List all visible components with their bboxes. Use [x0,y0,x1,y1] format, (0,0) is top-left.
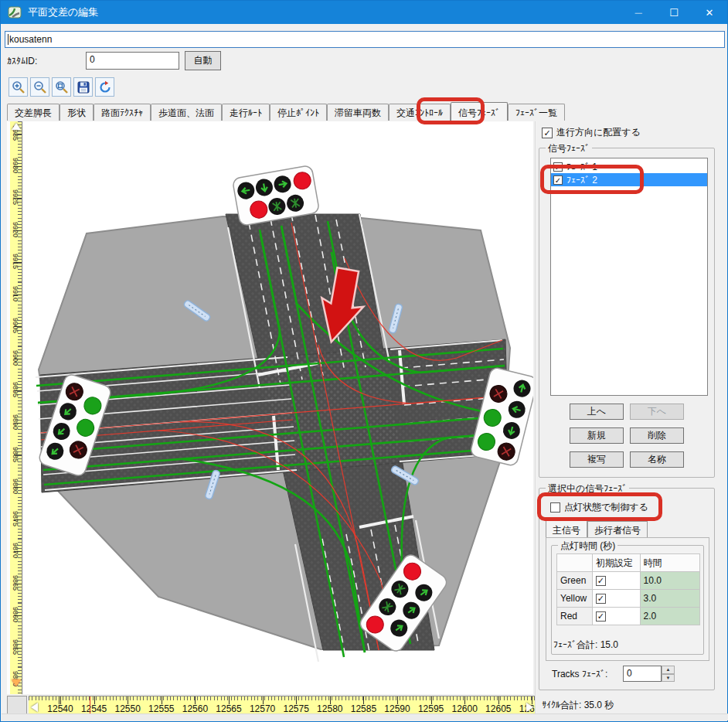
tab-shingou-phase[interactable]: 信号ﾌｪｰｽﾞ [451,102,508,121]
tracks-phase-spinner: 0 ▲ ▼ [623,666,675,682]
row-label-yellow: Yellow [557,590,593,608]
signal-tabstrip: 主信号 歩行者信号 [546,521,648,537]
v-ruler-top-marker[interactable] [12,123,21,130]
delete-button[interactable]: 削除 [630,427,684,444]
h-ruler-left-marker[interactable] [31,703,38,712]
col-initial: 初期設定 [592,554,640,572]
intersection-canvas[interactable] [23,121,533,694]
light-state-checkbox[interactable] [550,502,560,513]
move-up-button[interactable]: 上へ [570,404,624,420]
red-time-cell[interactable]: 2.0 [640,608,699,625]
phase-1-label: ﾌｪｰｽﾞ 1 [566,162,597,172]
spinner-down-icon[interactable]: ▼ [662,674,675,683]
v-ruler-label: 9855 [12,635,19,659]
phase-total-label: ﾌｪｰｽﾞ合計: 15.0 [553,639,618,652]
status-bar [2,713,728,720]
v-ruler-label: 9925 [12,186,19,209]
refresh-icon[interactable] [95,77,114,97]
app-icon [8,5,22,19]
v-ruler-label: 9910 [12,282,19,305]
h-ruler-cursor-line [90,696,90,715]
light-state-row: 点灯状態で制御する [550,501,648,514]
name-button[interactable]: 名称 [630,451,684,468]
v-ruler-label: 9900 [12,346,19,370]
tracks-phase-value[interactable]: 0 [623,666,662,682]
minimize-button[interactable]: ─ [621,1,656,24]
tab-teishi-point[interactable]: 停止ﾎﾟｲﾝﾄ [270,104,327,121]
tab-soukou-route[interactable]: 走行ﾙｰﾄ [222,104,270,121]
h-ruler-label: 12565 [212,703,246,714]
red-initial-checkbox[interactable]: ✓ [596,611,606,622]
canvas-toolbar [9,77,114,97]
h-ruler-label: 12580 [313,703,347,714]
save-icon[interactable] [73,77,93,97]
place-direction-row: ✓ 進行方向に配置する [542,126,641,139]
main-signal-tabpage: 点灯時間 (秒) 初期設定 時間 Green ✓ 10.0 Yellow ✓ [546,537,709,661]
signal-phase-group-title: 信号ﾌｪｰｽﾞ [546,142,592,155]
h-ruler-label: 12600 [447,703,481,714]
phase-list-item-1[interactable]: ✓ ﾌｪｰｽﾞ 1 [551,160,707,173]
h-ruler-label: 12545 [77,703,111,714]
tab-romen-texture[interactable]: 路面ﾃｸｽﾁｬ [94,104,151,121]
phase-1-checkbox[interactable]: ✓ [553,162,563,172]
intersection-name-input[interactable]: kousatenn [5,31,725,48]
v-ruler-label: 9860 [12,603,19,626]
yellow-initial-checkbox[interactable]: ✓ [596,594,606,604]
main-tabstrip: 交差脚長 形状 路面ﾃｸｽﾁｬ 歩道面、法面 走行ﾙｰﾄ 停止ﾎﾟｲﾝﾄ 滞留車… [7,102,565,121]
light-state-label: 点灯状態で制御する [564,501,648,514]
v-ruler-label: 9890 [12,410,19,434]
tab-pedestrian-signal[interactable]: 歩行者信号 [587,521,648,537]
h-ruler-label: 12575 [279,703,313,714]
copy-button[interactable]: 複写 [570,451,624,468]
move-down-button[interactable]: 下へ [630,404,684,420]
selected-phase-group-title: 選択中の信号ﾌｪｰｽﾞ [546,482,629,496]
zoom-in-icon[interactable] [9,77,28,97]
tab-tairyuu-sharyousuu[interactable]: 滞留車両数 [327,104,389,121]
tab-main-signal[interactable]: 主信号 [546,519,587,537]
auto-button[interactable]: 自動 [185,51,221,70]
h-ruler-right-marker[interactable] [526,703,533,712]
tab-koutsuu-control[interactable]: 交通ｺﾝﾄﾛｰﾙ [389,104,451,121]
place-direction-checkbox[interactable]: ✓ [542,128,553,138]
h-ruler-label: 12595 [414,703,448,714]
window-title: 平面交差の編集 [28,5,98,19]
v-ruler-label: 9920 [12,218,19,241]
zoom-out-icon[interactable] [30,77,49,97]
green-initial-checkbox[interactable]: ✓ [596,576,606,586]
yellow-time-cell[interactable]: 3.0 [640,590,699,608]
new-button[interactable]: 新規 [570,427,624,444]
tab-hodoumen-norimen[interactable]: 歩道面、法面 [151,104,222,121]
maximize-button[interactable]: ☐ [656,1,692,24]
v-ruler-position-marker[interactable] [12,679,21,686]
zoom-region-icon[interactable] [52,77,71,97]
spinner-up-icon[interactable]: ▲ [662,666,675,674]
phase-list[interactable]: ✓ ﾌｪｰｽﾞ 1 ✓ ﾌｪｰｽﾞ 2 [550,158,708,396]
duration-table: 初期設定 時間 Green ✓ 10.0 Yellow ✓ 3.0 Red [556,553,700,625]
tab-keijou[interactable]: 形状 [60,104,94,121]
v-ruler-label: 9905 [12,314,19,337]
selected-phase-group: 選択中の信号ﾌｪｰｽﾞ 点灯状態で制御する 主信号 歩行者信号 点灯時間 (秒)… [539,488,715,690]
tab-kousa-kyakucho[interactable]: 交差脚長 [7,104,60,121]
h-ruler-label: 12540 [43,703,77,714]
h-ruler-label: 12605 [481,703,515,714]
green-time-cell[interactable]: 10.0 [640,572,699,590]
table-row-red: Red ✓ 2.0 [557,608,700,625]
phase-list-item-2[interactable]: ✓ ﾌｪｰｽﾞ 2 [551,173,707,186]
close-button[interactable]: ✕ [692,1,727,24]
v-ruler-label: 9930 [12,154,19,177]
duration-group: 点灯時間 (秒) 初期設定 時間 Green ✓ 10.0 Yellow ✓ [551,545,704,655]
custom-id-label: ｶｽﾀﾑID: [7,56,37,66]
v-ruler-label: 9895 [12,378,19,401]
tab-phase-ichiran[interactable]: ﾌｪｰｽﾞ一覧 [508,104,565,121]
signal-phase-group: 信号ﾌｪｰｽﾞ ✓ ﾌｪｰｽﾞ 1 ✓ ﾌｪｰｽﾞ 2 上へ 下へ 新規 削除 … [539,148,715,478]
row-label-green: Green [557,572,593,590]
panel-separator [535,121,536,717]
custom-id-input[interactable]: 0 [86,52,179,70]
phase-2-checkbox[interactable]: ✓ [553,175,563,185]
cycle-total-label: ｻｲｸﾙ合計: 35.0 秒 [542,699,614,712]
col-time: 時間 [640,554,699,572]
h-ruler-label: 12560 [178,703,212,714]
intersection-map [23,121,533,694]
h-ruler-label: 12555 [145,703,179,714]
dialog-window: 平面交差の編集 ─ ☐ ✕ kousatenn ｶｽﾀﾑID: 0 自動 [0,0,728,722]
